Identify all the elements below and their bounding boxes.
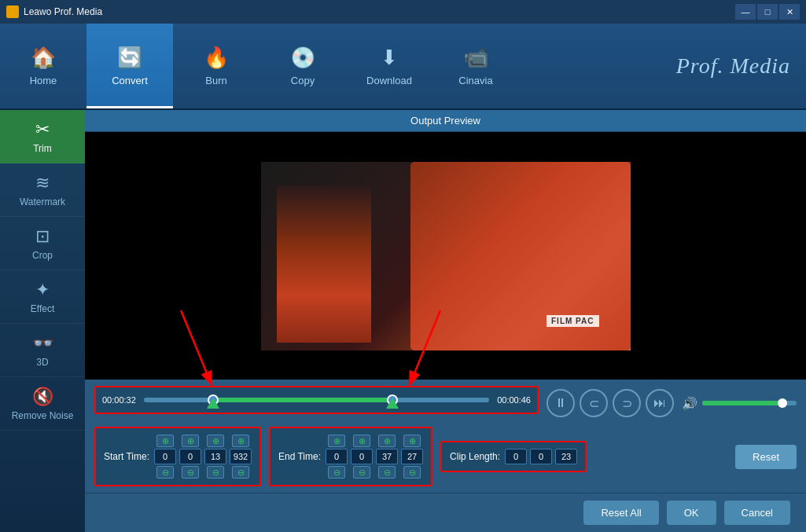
pause-button[interactable]: ⏸ [547,389,575,417]
end-ms-up[interactable]: ⊕ [403,435,421,447]
track-filled [213,398,392,402]
start-time-label: Start Time: [104,451,149,462]
end-ms-value: 27 [401,449,423,464]
download-icon: ⬇ [381,46,398,70]
end-seconds-down[interactable]: ⊖ [378,466,396,479]
reset-area: Reset [735,445,797,469]
timeline-row: 00:00:32 00:00:46 [94,386,539,414]
crop-icon: ⊡ [35,226,50,247]
cancel-button[interactable]: Cancel [724,501,790,525]
start-time-group: Start Time: ⊕ 0 ⊖ ⊕ 0 ⊖ ⊕ [94,427,261,486]
nav-item-download[interactable]: ⬇ Download [346,24,432,108]
end-seconds-up[interactable]: ⊕ [378,435,396,447]
video-area: FILM PAC [85,132,806,380]
end-hours-value: 0 [326,449,348,464]
sidebar-item-effect[interactable]: ✦ Effect [0,270,85,324]
app-title: Leawo Prof. Media [24,6,102,17]
burn-icon: 🔥 [204,46,229,70]
nav-item-home[interactable]: 🏠 Home [0,24,86,108]
volume-slider[interactable] [702,401,797,405]
start-minutes-value: 0 [179,449,201,464]
effect-icon: ✦ [35,280,50,300]
start-hours-up[interactable]: ⊕ [156,435,174,447]
volume-area: 🔊 [682,396,797,411]
mark-out-button[interactable]: ⊃ [613,389,641,417]
bottom-bar: Reset All OK Cancel [85,493,806,532]
remove-noise-icon: 🔇 [32,387,53,407]
controls-area: 00:00:32 00:00:46 ⏸ [85,380,806,493]
start-seconds-value: 13 [204,449,226,464]
end-seconds-value: 37 [376,449,398,464]
cinavia-icon: 📹 [463,46,488,70]
end-hours-down[interactable]: ⊖ [328,466,345,479]
reset-button[interactable]: Reset [735,445,797,469]
start-ms-down[interactable]: ⊖ [232,466,249,479]
sidebar: ✂ Trim ≋ Watermark ⊡ Crop ✦ Effect 👓 3D … [0,110,85,532]
watermark-overlay: FILM PAC [547,315,598,327]
nav-label-cinavia: Cinavia [458,75,492,86]
timeline-track[interactable] [144,392,489,408]
copy-icon: 💿 [290,46,315,70]
clip-seconds-spinner: 23 [555,449,577,464]
brand-logo: Prof. Media [676,53,790,79]
timeline-start-label: 00:00:32 [102,395,136,405]
end-hours-spinner: ⊕ 0 ⊖ [326,435,348,479]
top-nav: 🏠 Home 🔄 Convert 🔥 Burn 💿 Copy ⬇ Downloa… [0,24,806,110]
close-button[interactable]: ✕ [779,4,800,20]
volume-fill [702,401,782,405]
end-hours-up[interactable]: ⊕ [328,435,345,447]
playback-area: ⏸ ⊂ ⊃ ⏭ 🔊 [547,389,797,417]
convert-icon: 🔄 [117,46,142,70]
start-hours-value: 0 [154,449,176,464]
window-controls: — □ ✕ [735,4,800,20]
sidebar-label-crop: Crop [32,250,53,261]
sidebar-item-remove-noise[interactable]: 🔇 Remove Noise [0,377,85,431]
end-minutes-spinner: ⊕ 0 ⊖ [351,435,373,479]
nav-item-convert[interactable]: 🔄 Convert [86,24,173,108]
trim-icon: ✂ [35,119,50,140]
sidebar-item-watermark[interactable]: ≋ Watermark [0,163,85,217]
time-controls-row: Start Time: ⊕ 0 ⊖ ⊕ 0 ⊖ ⊕ [94,427,797,486]
start-minutes-down[interactable]: ⊖ [182,466,199,479]
sidebar-label-3d: 3D [36,357,48,368]
nav-item-burn[interactable]: 🔥 Burn [173,24,259,108]
reset-all-button[interactable]: Reset All [583,501,658,525]
video-person-left [277,185,371,343]
sidebar-item-crop[interactable]: ⊡ Crop [0,217,85,270]
minimize-button[interactable]: — [735,4,756,20]
clip-minutes-spinner: 0 [530,449,552,464]
clip-seconds-value: 23 [555,449,577,464]
start-minutes-spinner: ⊕ 0 ⊖ [179,435,201,479]
sidebar-item-trim[interactable]: ✂ Trim [0,110,85,163]
volume-handle[interactable] [778,398,787,408]
ok-button[interactable]: OK [667,501,716,525]
nav-label-copy: Copy [291,75,315,86]
sidebar-item-3d[interactable]: 👓 3D [0,324,85,377]
app-logo-icon [6,6,19,18]
clip-minutes-value: 0 [530,449,552,464]
3d-icon: 👓 [32,333,53,354]
nav-item-cinavia[interactable]: 📹 Cinavia [432,24,519,108]
track-marker-left [207,398,219,409]
title-bar-left: Leawo Prof. Media [6,6,102,18]
start-seconds-up[interactable]: ⊕ [207,435,224,447]
sidebar-label-trim: Trim [33,143,52,154]
start-hours-down[interactable]: ⊖ [156,466,174,479]
end-minutes-up[interactable]: ⊕ [353,435,370,447]
end-minutes-down[interactable]: ⊖ [353,466,370,479]
nav-item-copy[interactable]: 💿 Copy [259,24,346,108]
end-minutes-value: 0 [351,449,373,464]
maximize-button[interactable]: □ [757,4,778,20]
title-bar: Leawo Prof. Media — □ ✕ [0,0,806,24]
start-minutes-up[interactable]: ⊕ [182,435,199,447]
video-frame: FILM PAC [261,162,631,350]
nav-label-convert: Convert [112,75,148,86]
mark-in-button[interactable]: ⊂ [580,389,608,417]
skip-button[interactable]: ⏭ [646,389,674,417]
end-time-spinners: ⊕ 0 ⊖ ⊕ 0 ⊖ ⊕ 37 ⊖ [326,435,423,479]
start-ms-up[interactable]: ⊕ [232,435,249,447]
watermark-icon: ≋ [35,173,50,193]
start-seconds-down[interactable]: ⊖ [207,466,224,479]
start-hours-spinner: ⊕ 0 ⊖ [154,435,176,479]
end-ms-down[interactable]: ⊖ [403,466,421,479]
